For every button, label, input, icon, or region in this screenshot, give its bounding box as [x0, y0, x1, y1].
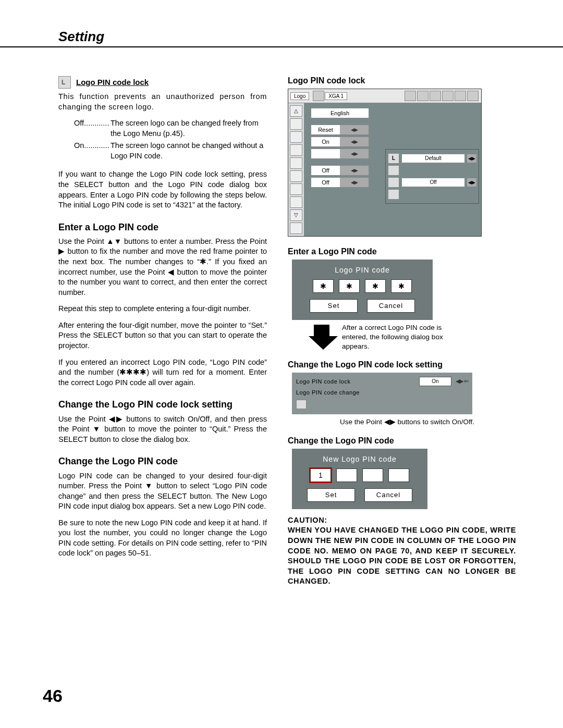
new-pin-dialog: New Logo PIN code 1 Set Cancel: [292, 449, 427, 509]
topbar-icon: [405, 91, 416, 101]
figure-title: Change the Logo PIN code: [288, 436, 516, 446]
menu-main: English Reset◀▶ On◀▶ ◀▶ Off◀▶ Off◀▶ L De…: [304, 103, 481, 236]
arrows-icon: ◀▶: [340, 178, 369, 187]
submenu-icon: [388, 177, 399, 188]
off-on-list: Off............ The screen logo can be c…: [74, 118, 267, 161]
menu-option: English: [311, 108, 369, 118]
right-column: Logo PIN code lock Logo XGA 1: [288, 76, 516, 587]
pin-boxes: 1: [292, 468, 427, 482]
left-column: Logo PIN code lock This function prevent…: [58, 76, 267, 587]
opt-label: [311, 149, 340, 158]
pin-box: [362, 468, 383, 482]
corner-icon: [296, 400, 307, 409]
intro-text: This function prevents an unauthorized p…: [58, 92, 267, 112]
figure-title: Change the Logo PIN code lock setting: [288, 360, 516, 369]
sidebar-icon: [290, 183, 302, 195]
paragraph: If you want to change the Logo PIN code …: [58, 169, 267, 210]
sidebar-icon: △: [290, 105, 302, 117]
cancel-button: Cancel: [367, 299, 415, 313]
menu-option: ◀▶: [311, 149, 369, 159]
sidebar-icon: [290, 131, 302, 143]
topbar-icon: [430, 91, 441, 101]
l-icon: L: [388, 153, 399, 164]
caution-block: CAUTION: WHEN YOU HAVE CHANGED THE LOGO …: [288, 515, 516, 587]
menu-body: △ ▽ English Reset◀▶: [288, 103, 481, 236]
opt-label: Off: [311, 166, 340, 175]
pin-box: ✱: [339, 279, 360, 293]
menu-option: On◀▶: [311, 137, 369, 147]
figure-title: Logo PIN code lock: [288, 76, 516, 85]
arrows-icon: ◀▶: [340, 149, 369, 158]
header: Setting: [0, 29, 563, 47]
page-number: 46: [43, 686, 63, 706]
set-button: Set: [307, 488, 355, 502]
sidebar-icon: [290, 118, 302, 130]
topbar-icon: [417, 91, 429, 101]
sidebar-icon: [290, 144, 302, 156]
heading-change-pin: Change the Logo PIN code: [58, 455, 267, 467]
sidebar-icon: ▽: [290, 209, 302, 221]
header-rule: [0, 46, 563, 47]
opt-label: English: [311, 108, 369, 118]
set-button: Set: [310, 299, 358, 313]
sidebar-icon: [290, 157, 302, 169]
topbar-icon: [313, 91, 324, 101]
pin-box: ✱: [391, 279, 412, 293]
dialog-buttons: Set Cancel: [292, 488, 427, 502]
sidebar-icon: [290, 223, 302, 234]
sidebar-icon: [290, 170, 302, 182]
arrow-row: After a correct Logo PIN code is entered…: [309, 323, 516, 352]
pin-box: ✱: [313, 279, 334, 293]
caution-text: WHEN YOU HAVE CHANGED THE LOGO PIN CODE,…: [288, 525, 516, 586]
dialog-title: Logo PIN code: [292, 266, 433, 274]
caution-label: CAUTION:: [288, 515, 516, 526]
opt-label: Off: [311, 178, 340, 187]
page-title: Setting: [58, 29, 563, 45]
topbar-icon: [467, 91, 479, 101]
submenu-row: [388, 189, 476, 200]
menu-option: Off◀▶: [311, 177, 369, 188]
section-title: Logo PIN code lock: [76, 78, 149, 87]
paragraph: If you entered an incorrect Logo PIN cod…: [58, 357, 267, 388]
pin-boxes: ✱ ✱ ✱ ✱: [292, 279, 433, 293]
submenu-value: Default: [401, 154, 465, 163]
logo-lock-icon: [58, 76, 71, 89]
menu-topbar: Logo XGA 1: [288, 89, 481, 103]
paragraph: After entering the four-digit number, mo…: [58, 320, 267, 351]
paragraph: Repeat this step to complete entering a …: [58, 304, 267, 314]
down-arrow-icon: [309, 325, 335, 350]
submenu-value: Off: [401, 178, 465, 187]
arrows-icon: ◀▶: [340, 125, 369, 134]
paragraph: Use the Point ◀▶ buttons to switch On/Of…: [58, 414, 267, 445]
columns: Logo PIN code lock This function prevent…: [0, 76, 563, 587]
off-text: The screen logo can be changed freely fr…: [111, 118, 267, 139]
pin-box: ✱: [365, 279, 386, 293]
topbar-icon: [455, 91, 466, 101]
paragraph: Use the Point ▲▼ buttons to enter a numb…: [58, 237, 267, 298]
lock-row: Logo PIN code lock On ◀▶ ⇐: [296, 377, 468, 386]
paragraph: Logo PIN code can be changed to your des…: [58, 471, 267, 512]
lock-label: Logo PIN code lock: [296, 378, 415, 385]
paragraph: Be sure to note the new Logo PIN code an…: [58, 518, 267, 559]
pin-box: [336, 468, 357, 482]
arrows-icon: ◀▶ ⇐: [456, 378, 468, 385]
heading-change-lock: Change the Logo PIN code lock setting: [58, 398, 267, 411]
section-logo-pin-lock: Logo PIN code lock: [58, 76, 267, 89]
sidebar-icon: [290, 196, 302, 208]
lock-row2: Logo PIN code change: [296, 389, 468, 396]
page: Setting Logo PIN code lock This function…: [0, 0, 563, 728]
arrows-icon: ◀▶: [340, 137, 369, 146]
submenu: L Default ◀▶ Off ◀▶: [385, 149, 479, 204]
on-text: The screen logo cannot be changed withou…: [111, 141, 267, 161]
figure-title: Enter a Logo PIN code: [288, 247, 516, 256]
menu-logo-label: Logo: [290, 92, 309, 100]
cancel-button: Cancel: [364, 488, 412, 502]
submenu-icon: [388, 165, 399, 176]
pin-box: [388, 468, 409, 482]
arrows-icon: ◀▶: [467, 178, 476, 187]
menu-figure: Logo XGA 1 △: [288, 89, 482, 237]
dialog-buttons: Set Cancel: [292, 299, 433, 313]
pin-dialog: Logo PIN code ✱ ✱ ✱ ✱ Set Cancel: [292, 260, 433, 320]
submenu-row: Off ◀▶: [388, 177, 476, 188]
lock-dialog: Logo PIN code lock On ◀▶ ⇐ Logo PIN code…: [292, 373, 472, 414]
